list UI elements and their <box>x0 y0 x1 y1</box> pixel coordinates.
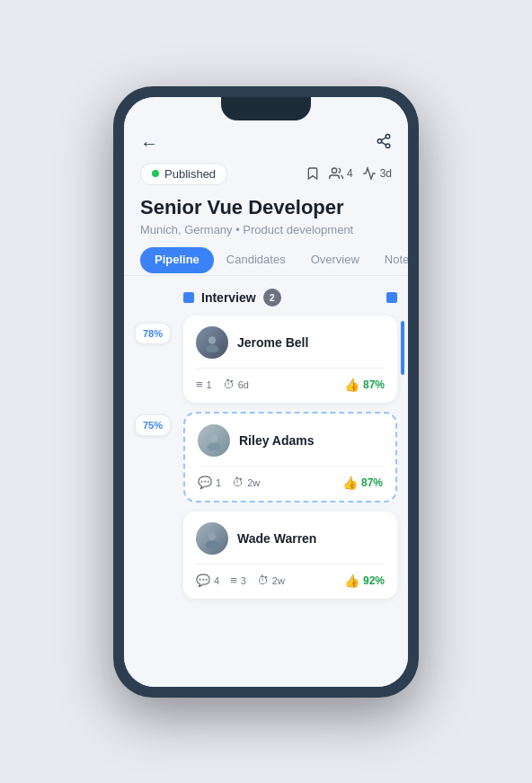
tasks-icon-jerome: ≡ <box>196 378 203 391</box>
candidate-card-jerome[interactable]: Jerome Bell ≡ 1 ⏱ 6d <box>183 316 397 403</box>
comments-wade: 💬 4 <box>196 574 219 587</box>
tab-overview[interactable]: Overview <box>298 245 372 275</box>
divider-jerome <box>196 368 385 369</box>
time-icon-wade: ⏱ <box>257 574 269 587</box>
divider-wade <box>196 564 385 565</box>
svg-point-5 <box>332 168 336 173</box>
stage-count: 2 <box>263 289 281 307</box>
team-icon <box>329 166 343 181</box>
time-icon-riley: ⏱ <box>232 476 244 489</box>
screen-content[interactable]: ← Published <box>124 97 408 687</box>
comments-riley: 💬 1 <box>198 476 221 489</box>
days-count: 3d <box>380 167 392 180</box>
divider-riley <box>198 466 383 467</box>
status-dot <box>152 170 159 177</box>
bookmark-icon <box>306 166 320 181</box>
status-text: Published <box>164 167 216 181</box>
time-value-wade: 2w <box>272 575 285 586</box>
time-wade: ⏱ 2w <box>257 574 285 587</box>
avatar-jerome <box>196 326 228 359</box>
score-icon-riley: 👍 <box>342 476 358 490</box>
score-value-riley: 87% <box>361 476 383 489</box>
avatar-wade <box>196 522 228 555</box>
tab-pipeline[interactable]: Pipeline <box>140 247 214 273</box>
tasks-count-wade: 3 <box>241 575 246 586</box>
phone-screen: ← Published <box>124 97 408 687</box>
candidate-meta-riley: 💬 1 ⏱ 2w 👍 87% <box>198 476 383 490</box>
phone-notch <box>221 97 311 120</box>
tab-candidates[interactable]: Candidates <box>214 245 298 275</box>
score-value-jerome: 87% <box>363 378 385 391</box>
share-icon <box>376 133 392 149</box>
tab-notes[interactable]: Notes <box>372 245 408 275</box>
tasks-count-jerome: 1 <box>207 379 212 390</box>
left-column: 78% 75% <box>124 289 178 608</box>
share-button[interactable] <box>376 133 392 153</box>
comments-icon-riley: 💬 <box>198 476 212 489</box>
avatar-riley-image <box>204 431 224 450</box>
status-icons: 4 3d <box>306 166 392 181</box>
stage-dot-right <box>386 292 397 303</box>
team-item: 4 <box>329 166 353 181</box>
score-wade: 👍 92% <box>344 574 385 588</box>
job-meta: Munich, Germany • Product development <box>140 223 392 236</box>
avatar-riley <box>198 424 230 457</box>
time-jerome: ⏱ 6d <box>223 378 249 391</box>
pct-badge-75: 75% <box>135 414 171 436</box>
tasks-icon-wade: ≡ <box>230 574 237 587</box>
avatar-wade-image <box>202 529 222 548</box>
candidate-name-wade: Wade Warren <box>237 531 316 546</box>
comments-count-wade: 4 <box>214 575 219 586</box>
candidate-header-wade: Wade Warren <box>196 522 385 555</box>
activity-icon <box>362 166 377 181</box>
candidate-card-wade[interactable]: Wade Warren 💬 4 ≡ 3 <box>183 512 397 599</box>
stage-dot <box>183 292 194 303</box>
svg-line-3 <box>381 142 386 145</box>
candidate-name-riley: Riley Adams <box>239 433 315 448</box>
svg-point-8 <box>210 434 218 442</box>
candidate-card-riley[interactable]: Riley Adams 💬 1 ⏱ 2w <box>183 412 397 503</box>
comments-icon-wade: 💬 <box>196 574 210 587</box>
candidate-name-jerome: Jerome Bell <box>237 335 308 350</box>
candidate-header-jerome: Jerome Bell <box>196 326 385 359</box>
job-section: Senior Vue Developer Munich, Germany • P… <box>124 192 408 245</box>
phone-frame: ← Published <box>113 86 419 698</box>
stage-header: Interview 2 <box>183 289 397 307</box>
pct-badge-78: 78% <box>135 323 171 344</box>
pipeline-area: 78% 75% Interview 2 <box>124 276 408 626</box>
comments-count-riley: 1 <box>216 477 221 488</box>
candidate-header-riley: Riley Adams <box>198 424 383 457</box>
scroll-indicator <box>401 321 404 375</box>
score-value-wade: 92% <box>363 574 385 587</box>
tasks-jerome: ≡ 1 <box>196 378 212 391</box>
days-item: 3d <box>362 166 392 181</box>
svg-line-4 <box>381 138 386 140</box>
back-button[interactable]: ← <box>140 133 158 154</box>
svg-point-11 <box>206 540 219 548</box>
svg-point-7 <box>206 344 219 352</box>
tabs-bar: Pipeline Candidates Overview Notes <box>124 245 408 276</box>
time-icon-jerome: ⏱ <box>223 378 235 391</box>
job-title: Senior Vue Developer <box>140 196 392 219</box>
score-icon-jerome: 👍 <box>344 378 359 392</box>
bookmark-item <box>306 166 320 181</box>
time-riley: ⏱ 2w <box>232 476 260 489</box>
tasks-wade: ≡ 3 <box>230 574 246 587</box>
avatar-jerome-image <box>202 333 222 352</box>
score-riley: 👍 87% <box>342 476 383 490</box>
score-jerome: 👍 87% <box>344 378 385 392</box>
published-badge: Published <box>140 163 227 185</box>
main-column: Interview 2 <box>178 289 408 608</box>
candidate-meta-jerome: ≡ 1 ⏱ 6d 👍 87% <box>196 378 385 392</box>
top-bar: ← <box>124 126 408 157</box>
time-value-jerome: 6d <box>238 379 249 390</box>
candidate-meta-wade: 💬 4 ≡ 3 ⏱ 2w <box>196 574 385 588</box>
time-value-riley: 2w <box>247 477 260 488</box>
stage-name: Interview <box>201 290 256 305</box>
svg-point-10 <box>208 532 217 540</box>
svg-point-9 <box>208 442 221 450</box>
team-count: 4 <box>347 167 353 180</box>
status-bar: Published 4 <box>124 157 408 192</box>
score-icon-wade: 👍 <box>344 574 359 588</box>
svg-point-6 <box>208 336 217 344</box>
